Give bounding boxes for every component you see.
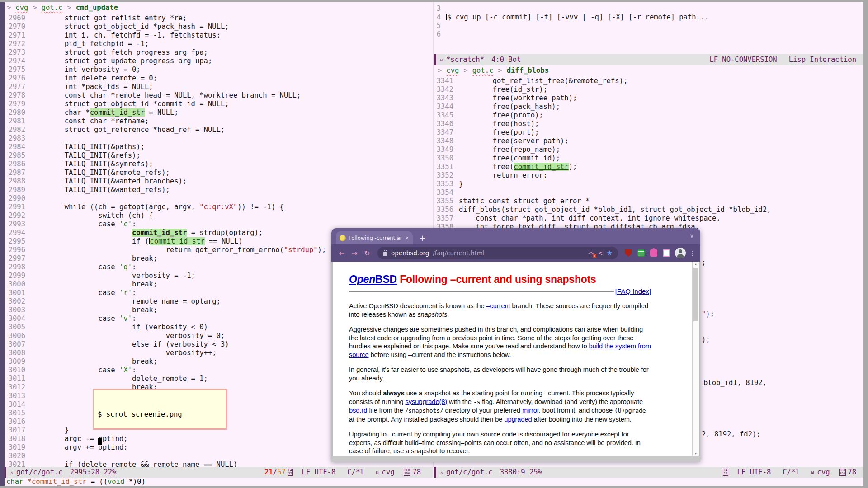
text-segment: You should: [349, 389, 383, 397]
back-icon[interactable]: ←: [336, 249, 348, 258]
code-line: 2971 int i, ch, fetchfd = -1, fetchstatu…: [5, 31, 433, 40]
breadcrumb-project[interactable]: cvg: [446, 65, 459, 76]
code-line: 2976 int delete_remote = 0;: [5, 74, 433, 83]
link[interactable]: upgraded: [504, 416, 532, 423]
tab-search-chevron-icon[interactable]: ∨: [689, 232, 694, 239]
text-segment: char *: [31, 108, 90, 117]
frame-bottom-edge: [0, 486, 868, 488]
share-icon[interactable]: <: [598, 249, 603, 257]
line-number: 2991: [5, 203, 25, 211]
code-text: TAILQ_INIT(&refs);: [31, 151, 141, 160]
fill-column-indicator: 78: [412, 468, 421, 476]
link[interactable]: –current: [486, 302, 510, 310]
text-segment: :: [132, 263, 136, 271]
scrollbar-thumb[interactable]: [693, 268, 698, 321]
code-line: 3342 free(id_str);: [435, 85, 863, 94]
url-path: /faq/current.html: [433, 249, 484, 257]
breadcrumb-file[interactable]: got.c: [472, 65, 494, 76]
bookmark-star-icon[interactable]: ★: [607, 249, 613, 257]
green-extension-icon[interactable]: [637, 249, 645, 257]
code-text: case 'c':: [31, 220, 136, 229]
code-line: 2986 TAILQ_INIT(&symrefs);: [5, 160, 433, 169]
code-line: 2987 TAILQ_INIT(&remote_refs);: [5, 169, 433, 177]
line-number: 2981: [5, 117, 25, 126]
openbsd-link[interactable]: Open: [349, 273, 375, 285]
profile-avatar[interactable]: [675, 248, 686, 258]
breadcrumb-function[interactable]: cmd_update: [76, 2, 118, 13]
missing-glyph-icon: F4 27: [723, 469, 728, 476]
line-number: 2994: [5, 229, 25, 237]
scroll-up-icon[interactable]: ▲: [693, 263, 699, 266]
puzzle-extension-icon[interactable]: [650, 249, 657, 257]
text-segment: int verbosity = 0;: [31, 66, 141, 74]
missing-glyph-icon: 0F0 5D6: [839, 469, 846, 476]
text-segment: verbosity++;: [31, 349, 217, 357]
line-number: 2992: [5, 211, 25, 220]
code-text: if (delete_remote && remote_name == NULL…: [31, 460, 237, 467]
devtools-error-icon[interactable]: <>x: [588, 250, 594, 256]
echo-area[interactable]: char *commit_id_str = ((void *)0): [5, 478, 868, 486]
code-line: 3354: [435, 188, 863, 197]
page-scrollbar[interactable]: ▲ ▼: [692, 262, 699, 456]
line-number: 3008: [5, 349, 25, 357]
page-extension-icon[interactable]: [663, 249, 670, 257]
buffer-state-icon: ω: [440, 57, 443, 62]
text-segment: case: [31, 366, 119, 374]
lock-icon[interactable]: [383, 252, 387, 256]
link[interactable]: bsd.rd: [349, 407, 367, 414]
breadcrumb-function[interactable]: diff_blobs: [507, 65, 549, 76]
breadcrumb-file[interactable]: got.c: [42, 2, 63, 13]
text-segment: Upgrading to –current by compiling your …: [349, 431, 641, 455]
new-tab-icon[interactable]: +: [419, 234, 426, 242]
code-line: 2988 TAILQ_INIT(&wanted_branches);: [5, 177, 433, 186]
browser-tab-strip: Following -current and usin × + ∨: [331, 228, 700, 244]
text-segment: free(port);: [459, 128, 539, 136]
code-text: break;: [31, 254, 157, 263]
line-number: 3009: [5, 357, 25, 366]
code-text: verbosity++;: [31, 349, 217, 357]
link[interactable]: sysupgrade(8): [406, 398, 448, 405]
code-line: 2985 TAILQ_INIT(&refs);: [5, 151, 433, 160]
flymake-error-count[interactable]: 21: [264, 468, 273, 476]
code-text: free(repo_name);: [459, 145, 560, 154]
tab-close-icon[interactable]: ×: [405, 235, 409, 241]
line-number: 3000: [5, 280, 25, 289]
reload-icon[interactable]: ↻: [361, 249, 373, 258]
scroll-down-icon[interactable]: ▼: [693, 452, 699, 455]
buffer-name: *scratch*: [446, 56, 484, 64]
link[interactable]: mirror: [522, 407, 539, 414]
scratch-buffer[interactable]: 34$ cvg up [-c commit] [-t] [-vvv | -q] …: [435, 5, 863, 39]
left-window-scrollbar[interactable]: [0, 2, 5, 486]
text-segment: got_ref_list_free(&remote_refs);: [459, 77, 627, 85]
text-segment: commit_id_str: [514, 163, 568, 171]
line-number: 2976: [5, 74, 25, 83]
text-segment: void: [108, 478, 124, 486]
menu-kebab-icon[interactable]: ⋮: [689, 249, 696, 257]
flymake-warning-count[interactable]: 57: [277, 468, 286, 476]
code-buffer[interactable]: 3341 got_ref_list_free(&remote_refs);334…: [435, 77, 863, 231]
text-segment: commit_id_str: [150, 237, 204, 245]
code-text: TAILQ_INIT(&wanted_branches);: [31, 177, 187, 186]
buffer-name: got/c/got.c: [446, 468, 493, 476]
text-segment: );: [318, 246, 326, 254]
line-number: 2980: [5, 108, 25, 117]
browser-tab[interactable]: Following -current and usin ×: [336, 231, 413, 244]
frame-top-edge: [0, 0, 868, 2]
address-bar[interactable]: openbsd.org/faq/current.html <>x < ★: [377, 247, 618, 259]
ublock-extension-icon[interactable]: [625, 249, 632, 257]
breadcrumb-project[interactable]: cvg: [15, 2, 28, 13]
text-segment: pid_t fetchpid = -1;: [31, 40, 149, 48]
code-text: const char *remote_head = NULL, *worktre…: [31, 91, 301, 100]
code-text: free(id_str);: [459, 85, 547, 94]
breadcrumb-chevron: >: [463, 65, 467, 76]
code-line: 3344 free(pack_hash);: [435, 103, 863, 111]
faq-index-link[interactable]: [FAQ Index]: [615, 287, 651, 295]
line-number: 2996: [5, 246, 25, 254]
forward-icon[interactable]: →: [349, 249, 360, 258]
text-segment: int *pack_fds = NULL;: [31, 83, 153, 91]
text-segment: $ scrot screenie.png: [98, 410, 182, 418]
text-segment: )) != -1) {: [237, 203, 284, 211]
right-window-scrollbar[interactable]: [863, 2, 868, 488]
code-text: else if (verbosity < 3): [31, 340, 229, 349]
openbsd-link[interactable]: BSD: [375, 273, 397, 285]
